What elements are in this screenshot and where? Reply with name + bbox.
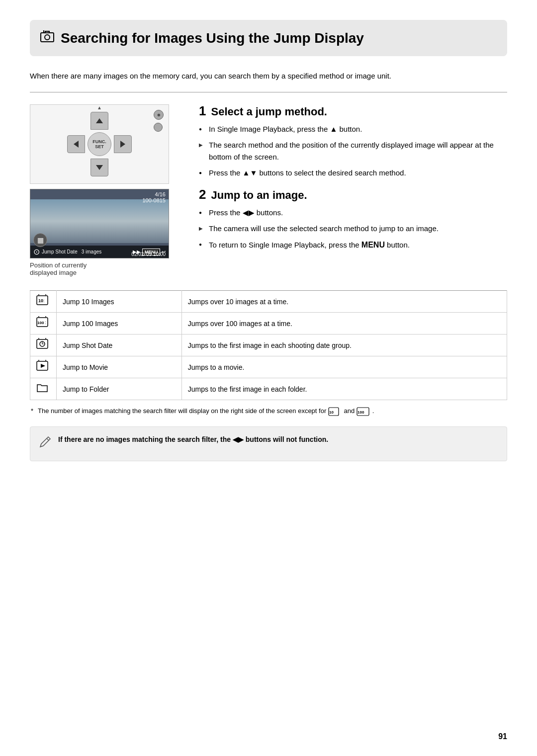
right-panel: 1 Select a jump method. In Single Image … <box>199 104 507 276</box>
screen-caption: Position of currently displayed image <box>30 261 184 276</box>
table-row: Jump to Movie Jumps to a movie. <box>30 356 507 378</box>
btn-menu: ⊗ <box>154 110 164 120</box>
screen-calendar-icon: ⊙ <box>33 247 40 256</box>
table-row: 10 : Jump 10 Images Jumps over 10 images… <box>30 291 507 313</box>
jumpdate-icon <box>36 338 50 350</box>
jump-table: 10 : Jump 10 Images Jumps over 10 images… <box>30 290 507 400</box>
svg-marker-4 <box>74 141 79 148</box>
step2-instruction-1: Press the ◀▶ buttons. <box>199 207 507 219</box>
dpad-left-btn <box>67 135 85 153</box>
svg-point-1 <box>45 35 50 40</box>
jump10-label: Jump 10 Images <box>57 291 182 313</box>
footnote: The number of images matching the search… <box>30 406 507 417</box>
jumpdate-icon-cell <box>30 335 57 356</box>
table-row: Jump Shot Date Jumps to the first image … <box>30 335 507 356</box>
note-box: If there are no images matching the sear… <box>30 426 507 461</box>
jumpmovie-icon <box>36 360 50 372</box>
intro-text: When there are many images on the memory… <box>30 70 507 82</box>
svg-text:100: 100 <box>358 410 364 415</box>
jump10-icon-cell: 10 : <box>30 291 57 313</box>
svg-rect-0 <box>41 33 54 42</box>
main-content: FUNC.SET ▲ ⊗ 4/16 100-0815 ⊙ Jump Shot D… <box>30 104 507 276</box>
dpad-right-btn <box>114 135 132 153</box>
jumpfolder-desc: Jumps to the first image in each folder. <box>181 378 507 400</box>
jumpfolder-icon <box>36 382 50 394</box>
jump10-desc: Jumps over 10 images at a time. <box>181 291 507 313</box>
jump100-label: Jump 100 Images <box>57 313 182 335</box>
screen-counter: 4/16 100-0815 <box>143 191 166 203</box>
jumpdate-desc: Jumps to the first image in each shootin… <box>181 335 507 356</box>
step2-instruction-2: The camera will use the selected search … <box>199 223 507 235</box>
svg-text::: : <box>43 298 45 303</box>
svg-text::: : <box>45 320 46 325</box>
jump100-desc: Jumps over 100 images at a time. <box>181 313 507 335</box>
jump10-icon: 10 : <box>36 294 50 306</box>
svg-text:10: 10 <box>38 298 43 303</box>
svg-marker-5 <box>120 141 125 148</box>
jumpfolder-label: Jump to Folder <box>57 378 182 400</box>
page-title: Searching for Images Using the Jump Disp… <box>61 30 364 46</box>
step1-instruction-1: In Single Image Playback, press the ▲ bu… <box>199 123 507 135</box>
step2-header: 2 Jump to an image. <box>199 188 507 202</box>
step1-header: 1 Select a jump method. <box>199 104 507 118</box>
jump100-icon-cell: 100 : <box>30 313 57 335</box>
jumpmovie-label: Jump to Movie <box>57 356 182 378</box>
btn-2 <box>154 123 163 132</box>
footnote-icon2: 100 <box>357 407 372 417</box>
dpad-up-label: ▲ <box>97 105 102 110</box>
svg-marker-2 <box>96 118 103 123</box>
step1-instruction-2: The search method and the position of th… <box>199 139 507 163</box>
screen-datetime: 02/02/'09 10:00 <box>131 252 166 258</box>
left-panel: FUNC.SET ▲ ⊗ 4/16 100-0815 ⊙ Jump Shot D… <box>30 104 184 276</box>
step1-instruction-3: Press the ▲▼ buttons to select the desir… <box>199 167 507 179</box>
svg-line-20 <box>47 438 49 440</box>
svg-marker-15 <box>41 364 45 368</box>
jumpmovie-icon-cell <box>30 356 57 378</box>
section-divider <box>30 92 507 92</box>
screen-left-icon: ▦ <box>33 233 47 247</box>
table-row: Jump to Folder Jumps to the first image … <box>30 378 507 400</box>
jump100-icon: 100 : <box>36 316 50 328</box>
screen-bottom-left: ⊙ Jump Shot Date 3 images <box>33 247 101 256</box>
footnote-icon1: 10 <box>328 407 342 417</box>
table-row: 100 : Jump 100 Images Jumps over 100 ima… <box>30 313 507 335</box>
svg-text:100: 100 <box>37 321 44 325</box>
svg-marker-3 <box>96 165 103 170</box>
jumpmovie-desc: Jumps to a movie. <box>181 356 507 378</box>
dpad-up-btn <box>90 112 108 130</box>
camera-screen: 4/16 100-0815 ⊙ Jump Shot Date 3 images … <box>30 189 169 258</box>
jumpdate-label: Jump Shot Date <box>57 335 182 356</box>
header-icon <box>40 29 55 47</box>
step2-instruction-3: To return to Single Image Playback, pres… <box>199 239 507 252</box>
dpad-down-btn <box>90 159 108 176</box>
screen-background <box>30 199 169 243</box>
dpad-center-btn: FUNC.SET <box>88 132 111 156</box>
page-header: Searching for Images Using the Jump Disp… <box>30 20 507 56</box>
dpad-diagram: FUNC.SET ▲ <box>67 112 132 176</box>
page-number: 91 <box>498 732 507 741</box>
step2-instructions: Press the ◀▶ buttons. The camera will us… <box>199 207 507 252</box>
side-buttons: ⊗ <box>154 110 164 132</box>
camera-controls-image: FUNC.SET ▲ ⊗ <box>30 104 169 184</box>
svg-text:10: 10 <box>329 410 334 415</box>
note-text: If there are no images matching the sear… <box>58 434 328 445</box>
jumpfolder-icon-cell <box>30 378 57 400</box>
note-pencil-icon <box>38 435 52 454</box>
step1-instructions: In Single Image Playback, press the ▲ bu… <box>199 123 507 179</box>
